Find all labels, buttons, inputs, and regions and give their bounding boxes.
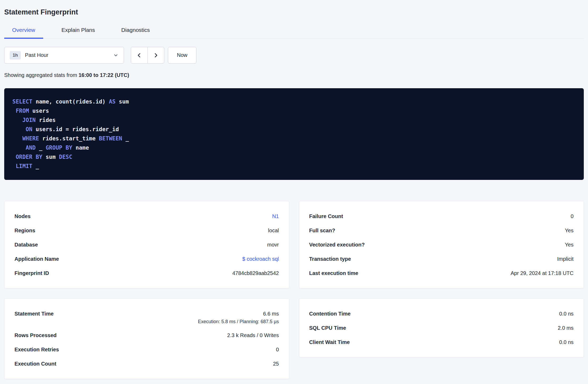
stats-prefix: Showing aggregated stats from [4,72,78,78]
tab-diagnostics[interactable]: Diagnostics [113,27,158,39]
row-label: Application Name [14,255,59,263]
execution-attributes-card: Failure Count0Full scan?YesVectorized ex… [299,201,584,288]
row-value: 2.3 k Reads / 0 Writes [227,332,279,339]
row-value: 4784cb829aab2542 [232,269,279,277]
statement-time-card: Statement Time6.6 msExecution: 5.8 ms / … [4,298,289,379]
row-value-wrap: 0 [276,346,279,353]
row-label: Database [14,241,38,248]
time-pager [131,47,164,63]
row-label: Vectorized execution? [309,241,365,248]
row-value: 6.6 ms [263,310,279,317]
row-label: Execution Count [14,360,56,367]
row-value-wrap: 0 [571,213,574,220]
row-label: Rows Processed [14,332,57,339]
row-value-link[interactable]: $ cockroach sql [242,255,279,263]
sql-line: WHERE rides.start_time BETWEEN _ [12,134,576,143]
row-value: Apr 29, 2024 at 17:18 UTC [511,269,574,277]
row-value: Implicit [557,255,574,263]
row-value-wrap: Implicit [557,255,574,263]
row-label: Failure Count [309,213,343,220]
sql-line: SELECT name, count(rides.id) AS sum [12,97,576,106]
card-row: SQL CPU Time2.0 ms [309,321,574,335]
row-label: Regions [14,227,35,234]
row-label: Transaction type [309,255,351,263]
row-value-wrap: 2.0 ms [558,324,574,332]
row-value: Yes [565,241,574,248]
card-row: Databasemovr [14,238,279,252]
row-value: 2.0 ms [558,324,574,332]
sql-statement: SELECT name, count(rides.id) AS sum FROM… [4,88,584,180]
stats-range: 16:00 to 17:22 (UTC) [78,72,129,78]
card-row: Contention Time0.0 ns [309,307,574,321]
tab-overview[interactable]: Overview [4,27,43,39]
time-range-label: Past Hour [25,52,113,58]
resource-usage-card: Contention Time0.0 nsSQL CPU Time2.0 msC… [299,298,584,357]
sql-line: AND _ GROUP BY name [12,143,576,152]
card-row: Regionslocal [14,223,279,238]
row-label: Nodes [14,213,31,220]
chevron-right-icon [153,52,159,58]
row-label: Contention Time [309,310,351,317]
card-row: Fingerprint ID4784cb829aab2542 [14,266,279,280]
card-row: Last execution timeApr 29, 2024 at 17:18… [309,266,574,280]
row-value: 0 [276,346,279,353]
row-value: 0.0 ns [559,338,574,346]
row-value-wrap: local [268,227,279,234]
row-value-wrap: 0.0 ns [559,338,574,346]
row-label: SQL CPU Time [309,324,346,332]
row-value: 0.0 ns [559,310,574,317]
row-label: Execution Retries [14,346,59,353]
card-row: Vectorized execution?Yes [309,238,574,252]
row-label: Fingerprint ID [14,269,49,277]
sql-line: LIMIT _ [12,162,576,171]
row-value: Yes [565,227,574,234]
row-value-link[interactable]: N1 [272,213,279,220]
row-label: Client Wait Time [309,338,350,346]
time-interval-badge: 1h [10,51,21,60]
performance-cards-row: Statement Time6.6 msExecution: 5.8 ms / … [4,298,584,379]
card-row: Transaction typeImplicit [309,252,574,266]
sql-line: ON users.id = rides.rider_id [12,125,576,134]
card-row: Full scan?Yes [309,223,574,238]
row-value-wrap: Yes [565,227,574,234]
card-row: Rows Processed2.3 k Reads / 0 Writes [14,328,279,342]
time-range-dropdown[interactable]: 1h Past Hour [4,47,124,63]
row-value: movr [267,241,279,248]
page-title: Statement Fingerprint [4,8,584,16]
sql-line: FROM users [12,106,576,116]
sql-line: ORDER BY sum DESC [12,152,576,162]
tab-explain-plans[interactable]: Explain Plans [54,27,103,39]
row-value-wrap: 25 [273,360,279,367]
row-value-wrap: N1 [272,213,279,220]
card-row: NodesN1 [14,209,279,223]
summary-cards-row: NodesN1RegionslocalDatabasemovrApplicati… [4,201,584,288]
card-row: Failure Count0 [309,209,574,223]
chevron-down-icon [113,53,118,58]
row-subvalue: Execution: 5.8 ms / Planning: 687.5 µs [198,318,279,325]
row-value-wrap: movr [267,241,279,248]
card-row: Statement Time6.6 msExecution: 5.8 ms / … [14,307,279,328]
row-value-wrap: 4784cb829aab2542 [232,269,279,277]
time-controls: 1h Past Hour Now [4,47,584,63]
prev-time-button[interactable] [131,47,148,63]
row-value-wrap: Apr 29, 2024 at 17:18 UTC [511,269,574,277]
row-label: Full scan? [309,227,335,234]
now-button[interactable]: Now [168,47,196,63]
sql-line: JOIN rides [12,116,576,125]
aggregated-stats-line: Showing aggregated stats from 16:00 to 1… [4,72,584,78]
row-value-wrap: 6.6 msExecution: 5.8 ms / Planning: 687.… [198,310,279,325]
card-row: Client Wait Time0.0 ns [309,335,574,349]
chevron-left-icon [136,52,142,58]
row-label: Last execution time [309,269,358,277]
row-value-wrap: Yes [565,241,574,248]
row-label: Statement Time [14,310,54,317]
row-value-wrap: 0.0 ns [559,310,574,317]
card-row: Application Name$ cockroach sql [14,252,279,266]
statement-fingerprint-page: Statement Fingerprint OverviewExplain Pl… [0,8,588,379]
row-value-wrap: 2.3 k Reads / 0 Writes [227,332,279,339]
card-row: Execution Count25 [14,357,279,371]
row-value: local [268,227,279,234]
next-time-button[interactable] [147,47,164,63]
row-value-wrap: $ cockroach sql [242,255,279,263]
row-value: 25 [273,360,279,367]
